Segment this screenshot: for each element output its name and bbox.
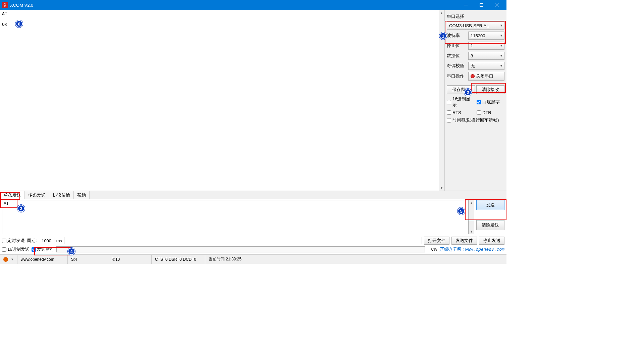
parity-label: 奇偶校验 (447, 63, 467, 69)
scroll-up-icon[interactable]: ▲ (439, 10, 444, 16)
status-indicator[interactable]: ▼ (0, 255, 17, 264)
callout-3: 3 (17, 205, 25, 212)
rts-checkbox[interactable]: RTS (447, 110, 475, 115)
send-button[interactable]: 发送 (476, 200, 504, 210)
scroll-up-icon[interactable]: ▲ (469, 200, 474, 206)
window-title: XCOM V2.0 (10, 3, 458, 8)
progress-percent: 0% (427, 247, 437, 252)
serial-settings-panel: 串口选择 COM3:USB-SERIAL▼ 波特率 115200▼ 停止位 1▼… (445, 10, 506, 191)
status-signals: CTS=0 DSR=0 DCD=0 (152, 255, 205, 264)
send-file-button[interactable]: 发送文件 (451, 237, 477, 245)
databits-combo[interactable]: 8▼ (468, 52, 504, 60)
clear-receive-button[interactable]: 清除接收 (476, 85, 504, 94)
close-button[interactable] (489, 0, 504, 10)
receive-text[interactable]: AT OK (0, 10, 444, 29)
status-time: 当前时间 21:39:25 (205, 255, 506, 264)
minimize-button[interactable] (458, 0, 474, 10)
chevron-down-icon: ▼ (500, 64, 503, 67)
stop-send-button[interactable]: 停止发送 (479, 237, 504, 245)
hex-send-checkbox[interactable]: 16进制发送 (2, 246, 30, 252)
status-sent: S:4 (68, 255, 108, 264)
chevron-down-icon: ▼ (500, 34, 503, 37)
stopbits-label: 停止位 (447, 43, 467, 49)
stopbits-value: 1 (471, 43, 473, 48)
baud-combo[interactable]: 115200▼ (468, 32, 504, 40)
tab-single-send[interactable]: 单条发送 (0, 191, 25, 199)
period-input[interactable] (39, 237, 54, 244)
close-port-button[interactable]: 关闭串口 (468, 72, 504, 81)
send-input[interactable]: AT (2, 200, 469, 234)
databits-value: 8 (471, 53, 473, 58)
receive-area: AT OK ▲ ▼ (0, 10, 445, 191)
port-combo[interactable]: COM3:USB-SERIAL▼ (447, 21, 504, 30)
callout-1: 1 (439, 32, 447, 40)
baud-label: 波特率 (447, 33, 467, 39)
callout-2: 2 (464, 89, 472, 96)
tab-protocol[interactable]: 协议传输 (49, 191, 74, 199)
progress-bar (56, 246, 425, 252)
scroll-down-icon[interactable]: ▼ (469, 229, 474, 234)
hex-display-checkbox[interactable]: 16进制显示 (447, 96, 475, 108)
stopbits-combo[interactable]: 1▼ (468, 42, 504, 50)
send-scrollbar[interactable]: ▲ ▼ (469, 200, 474, 234)
app-logo-icon: ATK (2, 2, 8, 8)
parity-combo[interactable]: 无▼ (468, 62, 504, 70)
port-op-label: 串口操作 (447, 73, 467, 79)
open-file-button[interactable]: 打开文件 (424, 237, 449, 245)
timestamp-checkbox[interactable]: 时间戳(以换行回车断帧) (447, 117, 504, 123)
chevron-down-icon: ▼ (11, 258, 14, 261)
titlebar: ATK XCOM V2.0 (0, 0, 506, 10)
dtr-checkbox[interactable]: DTR (477, 110, 504, 115)
vendor-link[interactable]: 开源电子网：www.openedv.com (439, 246, 504, 252)
send-newline-checkbox[interactable]: 发送新行 (32, 246, 54, 252)
databits-label: 数据位 (447, 53, 467, 59)
serial-select-label: 串口选择 (447, 12, 504, 21)
callout-5: 5 (458, 207, 465, 215)
timed-send-checkbox[interactable]: 定时发送 (2, 238, 25, 244)
tab-multi-send[interactable]: 多条发送 (24, 191, 49, 199)
port-value: COM3:USB-SERIAL (449, 23, 489, 28)
port-op-text: 关闭串口 (476, 73, 493, 79)
chevron-down-icon: ▼ (500, 54, 503, 57)
status-bar: ▼ www.openedv.com S:4 R:10 CTS=0 DSR=0 D… (0, 254, 506, 264)
svg-rect-1 (480, 4, 483, 7)
baud-value: 115200 (471, 33, 485, 38)
parity-value: 无 (471, 63, 475, 69)
callout-6: 6 (15, 20, 23, 28)
scroll-down-icon[interactable]: ▼ (439, 185, 444, 191)
status-url[interactable]: www.openedv.com (17, 255, 68, 264)
white-bg-checkbox[interactable]: 白底黑字 (477, 96, 504, 108)
chevron-down-icon: ▼ (500, 44, 503, 47)
period-label: 周期: (27, 238, 37, 244)
period-unit: ms (56, 238, 62, 243)
callout-4: 4 (68, 248, 75, 255)
clear-send-button[interactable]: 清除发送 (476, 220, 504, 230)
tab-help[interactable]: 帮助 (73, 191, 90, 199)
maximize-button[interactable] (474, 0, 489, 10)
send-tabs: 单条发送 多条发送 协议传输 帮助 (0, 191, 506, 199)
record-icon (471, 74, 475, 78)
chevron-down-icon: ▼ (500, 24, 503, 27)
status-orb-icon (3, 257, 8, 262)
file-path-input[interactable] (64, 237, 422, 244)
status-received: R:10 (108, 255, 152, 264)
